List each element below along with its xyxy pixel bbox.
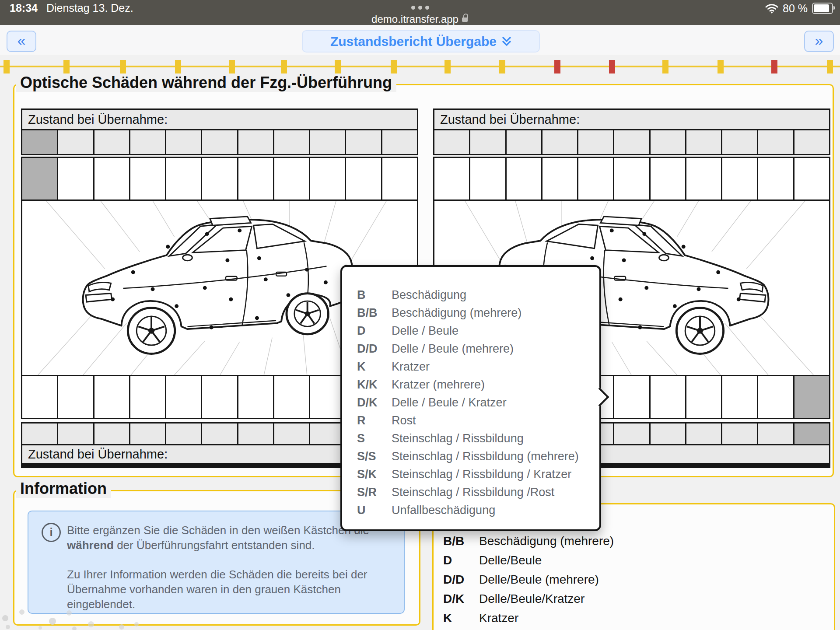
damage-cell[interactable] [22,376,57,418]
progress-line [0,66,840,67]
legend-code: B/B [443,534,479,548]
damage-code-row: D/K Delle / Beule / Kratzer [357,394,591,412]
damage-cell[interactable] [130,376,165,418]
back-button[interactable]: « [7,31,36,52]
damage-code-label: Rost [392,414,416,427]
damage-cell [758,424,793,444]
info-paragraph-2: Zu Ihrer Information werden die Schäden … [67,567,373,612]
damage-cell[interactable] [310,158,345,200]
damage-cell[interactable] [507,158,541,200]
damage-cell[interactable] [274,376,309,418]
damage-code-row: S/K Steinschlag / Rissbildung / Kratzer [357,466,591,483]
progress-strip [0,60,840,75]
legend-code: D [443,553,479,567]
damage-cell[interactable] [614,376,649,418]
damage-cell[interactable] [202,158,237,200]
chevron-double-down-icon [502,36,511,47]
damage-cell[interactable] [202,376,237,418]
damage-code: K/K [357,378,392,392]
lock-icon [462,16,469,23]
damage-cell[interactable] [614,158,649,200]
damage-cell[interactable] [58,158,93,200]
takeover-header: Zustand bei Übernahme: [22,110,417,129]
progress-tick-red [609,60,615,74]
section-title-damage: Optische Schäden während der Fzg.-Überfü… [16,74,396,92]
damage-code-row: B/B Beschädigung (mehrere) [357,304,591,322]
damage-code: B/B [357,306,392,320]
damage-code-popup: B Beschädigung B/B Beschädigung (mehrere… [340,265,601,531]
damage-cell[interactable] [238,376,273,418]
damage-cell [166,424,201,444]
damage-cell[interactable] [470,158,505,200]
damage-cell[interactable] [434,158,469,200]
damage-cell [130,424,165,444]
damage-cell[interactable] [758,158,793,200]
legend-label: Beschädigung (mehrere) [479,534,614,548]
damage-cell [434,130,469,154]
damage-cell [58,130,93,154]
damage-cell [238,424,273,444]
damage-cell[interactable] [238,158,273,200]
report-title: Zustandsbericht Übergabe [330,34,497,49]
progress-tick-red [771,60,777,74]
damage-code-row: S/R Steinschlag / Rissbildung /Rost [357,483,591,501]
damage-code-label: Beschädigung (mehrere) [392,306,522,320]
legend-row: B/B Beschädigung (mehrere) [443,532,825,551]
damage-cell[interactable] [651,376,685,418]
damage-cell [202,424,237,444]
damage-cell[interactable] [166,158,201,200]
damage-cell [614,424,649,444]
damage-code-row: K/K Kratzer (mehrere) [357,376,591,394]
damage-cell [507,130,541,154]
legend-label: Delle/Beule/Kratzer [479,592,584,606]
damage-cell [310,130,345,154]
damage-cell[interactable] [310,376,345,418]
damage-cell[interactable] [382,158,417,200]
damage-code-label: Delle / Beule / Kratzer [392,396,507,410]
damage-cell-prefilled [22,158,57,200]
damage-cell [238,130,273,154]
damage-cell[interactable] [130,158,165,200]
progress-tick-yellow [63,60,70,74]
report-title-button[interactable]: Zustandsbericht Übergabe [302,30,540,52]
damage-cell [94,424,129,444]
damage-cell[interactable] [166,376,201,418]
damage-cell [651,424,685,444]
damage-cells-row [22,158,417,201]
damage-cell[interactable] [58,376,93,418]
damage-cells-row [434,130,829,154]
damage-code: S/S [357,450,392,463]
damage-cell[interactable] [542,158,577,200]
legend-code: D/K [443,592,479,606]
damage-cell[interactable] [651,158,685,200]
damage-cell[interactable] [94,376,129,418]
damage-code-row: K Kratzer [357,358,591,376]
tab-overview-icon[interactable] [0,6,840,10]
damage-code: S/K [357,468,392,481]
damage-cell[interactable] [274,158,309,200]
screen: 18:34 Dienstag 13. Dez. demo.itransfer.a… [0,0,840,630]
forward-button[interactable]: » [804,31,834,52]
damage-code: D [357,324,392,338]
damage-cell[interactable] [578,158,613,200]
damage-cell[interactable] [346,158,381,200]
legend-list: B/B Beschädigung (mehrere) D Delle/Beule… [443,532,825,628]
damage-cell[interactable] [794,158,829,200]
progress-tick-red [554,60,560,74]
damage-cell [578,130,613,154]
damage-cell-prefilled [22,130,57,154]
legend-row: D/D Delle/Beule (mehrere) [443,570,825,589]
address-bar[interactable]: demo.itransfer.app [0,13,840,25]
damage-cell[interactable] [686,158,721,200]
legend-code: D/D [443,573,479,587]
damage-cell[interactable] [94,158,129,200]
damage-code-row: S/S Steinschlag / Rissbildung (mehrere) [357,448,591,466]
damage-cell[interactable] [686,376,721,418]
damage-cell[interactable] [758,376,793,418]
damage-cell[interactable] [722,158,757,200]
damage-code-label: Kratzer [392,360,430,374]
section-title-information: Information [16,480,111,498]
damage-cell[interactable] [722,376,757,418]
legend-label: Delle/Beule (mehrere) [479,573,599,587]
damage-cell-prefilled [794,376,829,418]
